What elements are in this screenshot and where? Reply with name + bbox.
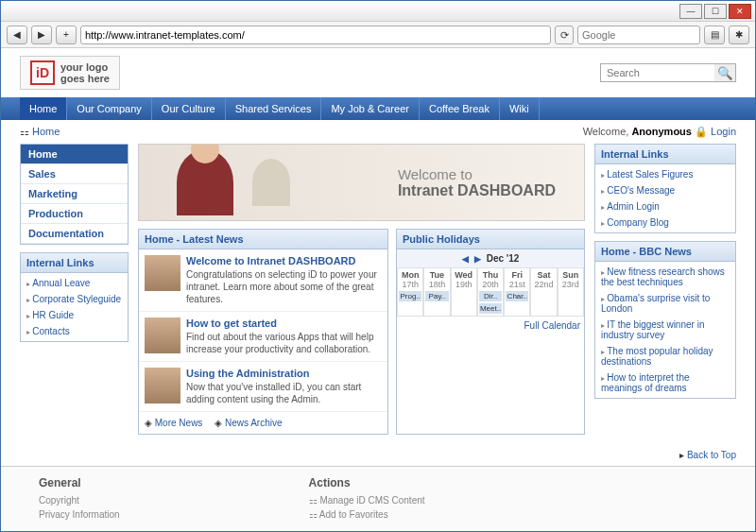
right-sidebar: Internal Links Latest Sales Figures CEO'…: [594, 144, 736, 435]
link-company-blog[interactable]: Company Blog: [595, 215, 735, 231]
cal-prev[interactable]: ◀: [462, 254, 469, 264]
browser-toolbar: ◀ ▶ + ⟳ ▤ ✱: [1, 22, 755, 48]
site-search: 🔍: [600, 63, 736, 82]
cal-cell[interactable]: Wed19th: [451, 267, 477, 317]
forward-button[interactable]: ▶: [31, 26, 52, 44]
welcome-banner: Welcome toIntranet DASHBOARD: [138, 144, 585, 221]
nav-our-company[interactable]: Our Company: [67, 97, 151, 120]
maximize-button[interactable]: ☐: [704, 4, 727, 19]
person-image: [177, 149, 233, 215]
link-hr-guide[interactable]: HR Guide: [21, 307, 128, 323]
news-header: Home - Latest News: [139, 230, 387, 249]
bbc-item[interactable]: How to interpret the meanings of dreams: [595, 369, 735, 396]
nav-wiki[interactable]: Wiki: [500, 97, 540, 120]
url-input[interactable]: [80, 26, 551, 44]
cal-month: Dec '12: [487, 253, 520, 264]
breadcrumb-bar: ⚏ Home Welcome, Anonymous 🔒 Login: [1, 120, 755, 144]
news-item[interactable]: Welcome to Intranet DASHBOARDCongratulat…: [139, 249, 387, 312]
bbc-item[interactable]: Obama's surprise visit to London: [595, 290, 735, 317]
site-search-button[interactable]: 🔍: [714, 64, 735, 81]
calendar-panel: Public Holidays ◀ ▶ Dec '12 Mon17thProg.…: [396, 229, 585, 435]
person-image-2: [252, 159, 290, 206]
add-button[interactable]: +: [56, 26, 77, 44]
nav-our-culture[interactable]: Our Culture: [152, 97, 226, 120]
back-button[interactable]: ◀: [7, 26, 27, 44]
left-sidebar: Home Sales Marketing Production Document…: [20, 144, 129, 435]
main-nav: Home Our Company Our Culture Shared Serv…: [1, 97, 755, 120]
welcome-text: Welcome, Anonymous 🔒 Login: [583, 126, 736, 138]
bbc-item[interactable]: New fitness research shows the best tech…: [595, 264, 735, 290]
logo-text: your logogoes here: [60, 61, 110, 84]
back-to-top: ▸ Back to Top: [1, 444, 755, 466]
back-to-top-link[interactable]: Back to Top: [687, 450, 736, 460]
close-button[interactable]: ✕: [729, 4, 751, 19]
sidenav-production[interactable]: Production: [21, 204, 128, 224]
browser-search-input[interactable]: [577, 26, 700, 44]
calendar-grid: Mon17thProg..Tue18thPay..Wed19thThu20thD…: [397, 267, 584, 317]
lock-icon: 🔒: [695, 126, 708, 137]
banner-text: Welcome toIntranet DASHBOARD: [398, 166, 556, 199]
footer-copyright[interactable]: Copyright: [39, 493, 120, 507]
more-news-link[interactable]: More News: [155, 418, 203, 428]
bbc-news-panel: Home - BBC News New fitness research sho…: [594, 241, 736, 399]
page-content: iD your logogoes here 🔍 Home Our Company…: [1, 48, 755, 531]
site-search-input[interactable]: [601, 64, 714, 81]
news-archive-link[interactable]: News Archive: [225, 418, 283, 428]
settings-icon[interactable]: ✱: [729, 26, 749, 44]
reload-button[interactable]: ⟳: [555, 26, 574, 44]
panel-header: Internal Links: [21, 253, 128, 273]
cal-cell[interactable]: Mon17thProg..: [397, 267, 423, 317]
calendar-nav: ◀ ▶ Dec '12: [397, 249, 584, 267]
main-layout: Home Sales Marketing Production Document…: [1, 144, 755, 444]
news-thumb: [145, 368, 180, 403]
breadcrumb-home[interactable]: Home: [32, 126, 60, 137]
breadcrumb: ⚏ Home: [20, 126, 60, 138]
cal-cell[interactable]: Tue18thPay..: [423, 267, 450, 317]
cal-cell[interactable]: Thu20thDir..Meet..: [477, 267, 504, 317]
browser-window: — ☐ ✕ ◀ ▶ + ⟳ ▤ ✱ iD your logogoes here …: [0, 0, 756, 532]
news-thumb: [145, 255, 180, 291]
footer-add-favorites[interactable]: ⚏ Add to Favorites: [309, 507, 425, 522]
side-nav: Home Sales Marketing Production Document…: [20, 144, 129, 245]
cal-cell[interactable]: Sat22nd: [530, 267, 557, 317]
cal-cell[interactable]: Sun23rd: [558, 267, 584, 317]
link-admin-login[interactable]: Admin Login: [595, 198, 735, 215]
link-ceo-message[interactable]: CEO's Message: [595, 182, 735, 198]
footer-privacy[interactable]: Privacy Information: [39, 507, 120, 522]
cal-cell[interactable]: Fri21stChar..: [504, 267, 530, 317]
sidenav-home[interactable]: Home: [21, 145, 128, 164]
link-sales-figures[interactable]: Latest Sales Figures: [595, 166, 735, 182]
footer-manage-cms[interactable]: ⚏ Manage iD CMS Content: [309, 493, 425, 507]
full-calendar-link[interactable]: Full Calendar: [524, 320, 580, 331]
footer-general: General Copyright Privacy Information: [39, 476, 120, 522]
site-header: iD your logogoes here 🔍: [1, 48, 755, 97]
link-annual-leave[interactable]: Annual Leave: [21, 275, 128, 291]
sidenav-sales[interactable]: Sales: [21, 164, 128, 184]
cal-next[interactable]: ▶: [474, 254, 481, 264]
news-item[interactable]: How to get startedFind out about the var…: [139, 312, 387, 362]
site-logo[interactable]: iD your logogoes here: [20, 56, 120, 90]
panel-header: Home - BBC News: [595, 242, 735, 262]
news-item[interactable]: Using the AdministrationNow that you've …: [139, 362, 387, 412]
minimize-button[interactable]: —: [679, 4, 702, 19]
bbc-item[interactable]: The most popular holiday destinations: [595, 343, 735, 369]
calendar-header: Public Holidays: [397, 230, 584, 249]
bbc-item[interactable]: IT the biggest winner in industry survey: [595, 317, 735, 343]
link-corporate-styleguide[interactable]: Corporate Styleguide: [21, 291, 128, 307]
sidenav-marketing[interactable]: Marketing: [21, 184, 128, 204]
left-internal-links: Internal Links Annual Leave Corporate St…: [20, 252, 129, 342]
page-menu-icon[interactable]: ▤: [704, 26, 725, 44]
news-panel: Home - Latest News Welcome to Intranet D…: [138, 229, 388, 435]
link-contacts[interactable]: Contacts: [21, 323, 128, 339]
footer: General Copyright Privacy Information Ac…: [1, 466, 755, 531]
login-link[interactable]: Login: [711, 126, 736, 137]
news-footer-links: ◈ More News ◈ News Archive: [139, 412, 387, 434]
nav-home[interactable]: Home: [20, 97, 67, 120]
window-titlebar: — ☐ ✕: [1, 1, 755, 22]
nav-coffee-break[interactable]: Coffee Break: [420, 97, 500, 120]
nav-my-job[interactable]: My Job & Career: [321, 97, 420, 120]
sidenav-documentation[interactable]: Documentation: [21, 224, 128, 244]
news-thumb: [145, 317, 180, 353]
logo-icon: iD: [30, 60, 55, 85]
nav-shared-services[interactable]: Shared Services: [226, 97, 322, 120]
